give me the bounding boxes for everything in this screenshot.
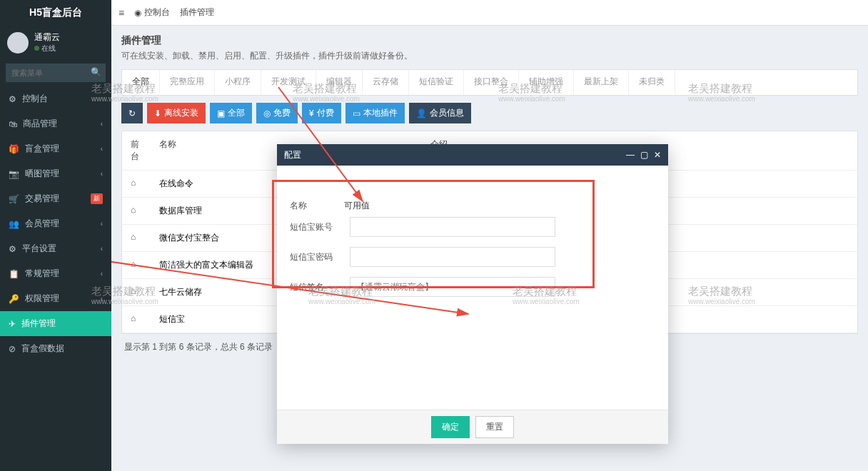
hamburger-icon[interactable]: ≡ [118, 7, 124, 19]
field-label: 短信签名 [290, 281, 350, 293]
sidebar-item-7[interactable]: 📋常规管理‹ [0, 261, 111, 286]
page-title: 插件管理 [121, 34, 858, 47]
col-front: 前台 [122, 131, 151, 170]
breadcrumb-home[interactable]: ◉控制台 [134, 6, 170, 19]
close-icon[interactable]: ✕ [654, 150, 661, 160]
nav-icon: 👥 [9, 219, 19, 229]
nav-icon: ⊘ [9, 344, 16, 354]
home-icon[interactable]: ⌂ [131, 232, 136, 242]
tab-3[interactable]: 开发测试 [261, 70, 316, 95]
nav-icon: 📋 [9, 269, 19, 279]
breadcrumb-current: 插件管理 [180, 6, 214, 19]
page-desc: 可在线安装、卸载、禁用、启用、配置、升级插件，插件升级前请做好备份。 [121, 50, 858, 62]
user-name: 通霸云 [34, 31, 60, 44]
tab-9[interactable]: 最新上架 [574, 70, 629, 95]
nav-icon: 🛍 [9, 119, 17, 129]
form-row-2: 短信签名 [290, 277, 655, 297]
sidebar-item-1[interactable]: 🛍商品管理‹ [0, 111, 111, 136]
chevron-left-icon: ‹ [101, 245, 103, 253]
nav-icon: 📷 [9, 169, 19, 179]
nav-icon: ✈ [9, 319, 16, 329]
field-input-0[interactable] [350, 217, 555, 237]
tab-bar: 全部完整应用小程序开发测试编辑器云存储短信验证接口整合辅助增强最新上架未归类 [121, 69, 858, 96]
tab-8[interactable]: 辅助增强 [519, 70, 574, 95]
form-row-1: 短信宝密码 [290, 247, 655, 267]
nav-label: 权限管理 [25, 293, 59, 305]
home-icon[interactable]: ⌂ [131, 259, 136, 269]
sidebar-item-10[interactable]: ⊘盲盒假数据 [0, 336, 111, 361]
badge-new: 新 [91, 193, 103, 204]
app-title: H5盲盒后台 [0, 0, 111, 26]
minimize-icon[interactable]: — [626, 150, 635, 160]
form-row-0: 短信宝账号 [290, 217, 655, 237]
chevron-left-icon: ‹ [101, 220, 103, 228]
paid-button[interactable]: ¥付费 [302, 103, 341, 123]
field-label: 短信宝账号 [290, 221, 350, 233]
nav-label: 盲盒管理 [25, 143, 59, 155]
sidebar-item-6[interactable]: ⚙平台设置‹ [0, 236, 111, 261]
tab-7[interactable]: 接口整合 [464, 70, 519, 95]
chevron-left-icon: ‹ [101, 295, 103, 303]
search-box: 🔍 [6, 64, 106, 82]
modal-title: 配置 [284, 149, 301, 161]
sidebar-item-5[interactable]: 👥会员管理‹ [0, 211, 111, 236]
tab-2[interactable]: 小程序 [215, 70, 261, 95]
nav-icon: ⚙ [9, 94, 16, 104]
maximize-icon[interactable]: ▢ [640, 150, 648, 160]
nav-label: 商品管理 [23, 118, 57, 130]
nav-label: 常规管理 [25, 268, 59, 280]
local-plugin-button[interactable]: ▭本地插件 [345, 103, 405, 123]
field-input-1[interactable] [350, 247, 555, 267]
offline-install-button[interactable]: ⬇离线安装 [147, 103, 206, 123]
form-col1: 名称 [290, 200, 350, 212]
sidebar-item-8[interactable]: 🔑权限管理‹ [0, 286, 111, 311]
tab-4[interactable]: 编辑器 [316, 70, 363, 95]
avatar [7, 32, 29, 54]
tab-6[interactable]: 短信验证 [409, 70, 464, 95]
chevron-left-icon: ‹ [101, 170, 103, 178]
tab-0[interactable]: 全部 [122, 70, 160, 95]
nav-icon: 🎁 [9, 144, 19, 154]
form-col2: 可用值 [344, 200, 370, 212]
topbar: ≡ ◉控制台 插件管理 [111, 0, 868, 26]
nav-icon: 🔑 [9, 294, 19, 304]
sidebar-item-0[interactable]: ⚙控制台 [0, 86, 111, 111]
search-icon[interactable]: 🔍 [91, 67, 101, 77]
nav-icon: 🛒 [9, 194, 19, 204]
tab-10[interactable]: 未归类 [629, 70, 675, 95]
chevron-left-icon: ‹ [101, 270, 103, 278]
reset-button[interactable]: 重置 [475, 416, 514, 438]
member-info-button[interactable]: 👤会员信息 [409, 103, 471, 123]
user-panel: 通霸云 在线 [0, 26, 111, 59]
nav-label: 晒图管理 [25, 168, 59, 180]
chevron-left-icon: ‹ [101, 120, 103, 128]
nav-label: 盲盒假数据 [21, 343, 64, 355]
sidebar-item-3[interactable]: 📷晒图管理‹ [0, 161, 111, 186]
free-button[interactable]: ◎免费 [256, 103, 298, 123]
nav-label: 插件管理 [21, 318, 56, 330]
home-icon[interactable]: ⌂ [131, 313, 136, 323]
sidebar-item-9[interactable]: ✈插件管理 [0, 311, 111, 336]
nav-label: 控制台 [22, 93, 48, 105]
nav-label: 交易管理 [25, 193, 59, 205]
home-icon[interactable]: ⌂ [131, 205, 136, 215]
tab-5[interactable]: 云存储 [363, 70, 409, 95]
config-modal: 配置 — ▢ ✕ 名称 可用值 短信宝账号短信宝密码短信签名 确定 重置 [277, 144, 668, 444]
sidebar: H5盲盒后台 通霸云 在线 🔍 ⚙控制台🛍商品管理‹🎁盲盒管理‹📷晒图管理‹🛒交… [0, 0, 111, 471]
nav-icon: ⚙ [9, 244, 16, 254]
all-button[interactable]: ▣全部 [210, 103, 252, 123]
field-label: 短信宝密码 [290, 251, 350, 263]
nav-label: 平台设置 [22, 243, 56, 255]
ok-button[interactable]: 确定 [431, 416, 470, 438]
refresh-button[interactable]: ↻ [121, 103, 143, 123]
tab-1[interactable]: 完整应用 [160, 70, 215, 95]
chevron-left-icon: ‹ [101, 145, 103, 153]
user-status: 在线 [34, 44, 60, 54]
nav-label: 会员管理 [25, 218, 59, 230]
field-input-2[interactable] [350, 277, 555, 297]
home-icon[interactable]: ⌂ [131, 178, 136, 188]
sidebar-item-4[interactable]: 🛒交易管理新 [0, 186, 111, 211]
sidebar-item-2[interactable]: 🎁盲盒管理‹ [0, 136, 111, 161]
home-icon[interactable]: ⌂ [131, 286, 136, 296]
